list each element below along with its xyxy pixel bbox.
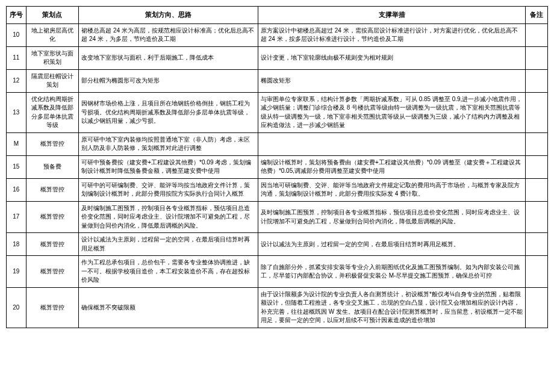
cell-seq: 20 — [7, 287, 26, 328]
cell-direction: 设计以减法为主原则，过程留一定的空间，在最后项目结算时再用足概算 — [79, 233, 258, 256]
cell-measure: 原方案设计中裙楼总高超过 24 米，需按高层设计标准进行设计，对方案进行优化，优… — [258, 23, 525, 46]
cell-direction: 原可研中地下室内装修均按照普通地下室（非人防）考虑，未区别人防及非人防装修，策划… — [79, 132, 258, 155]
cell-measure: 设计变更，地下室轮廓线由极不规则变为相对规则 — [258, 46, 525, 69]
cell-remark — [526, 233, 548, 256]
header-direction: 策划方向、思路 — [79, 7, 258, 24]
cell-direction: 裙楼总高超 24 米为高层，按规范相应设计标准高；优化后总高不超 24 米，为多… — [79, 23, 258, 46]
cell-remark — [526, 256, 548, 288]
cell-direction: 改变地下室形状与面积，利于后期施工，降低成本 — [79, 46, 258, 69]
table-row: 15 预备费 可研中预备费按（建安费+工程建设其他费）*0.09 考虑，策划编制… — [7, 155, 548, 178]
cell-seq: 19 — [7, 256, 26, 288]
cell-point: 隔震层柱帽设计策划 — [26, 69, 79, 92]
table-row: 13 优化结构周期折减系数及降低部分多层单体抗震等级 因钢材市场价格上涨，且项目… — [7, 92, 548, 132]
table-row: 11 地下室形状与面积策划 改变地下室形状与面积，利于后期施工，降低成本 设计变… — [7, 46, 548, 69]
cell-seq: 15 — [7, 155, 26, 178]
cell-point: 概算管控 — [26, 287, 79, 328]
cell-seq: 18 — [7, 233, 26, 256]
cell-measure: 设计以减法为主原则，过程留一定的空间，在最后项目结算时再用足概算。 — [258, 233, 525, 256]
cell-point: 地上裙房层高优化 — [26, 23, 79, 46]
planning-table: 序号 策划点 策划方向、思路 支撑举措 备注 10 地上裙房层高优化 裙楼总高超… — [6, 6, 548, 328]
cell-remark — [526, 69, 548, 92]
cell-direction: 可研中预备费按（建安费+工程建设其他费）*0.09 考虑，策划编制设计概算时降低… — [79, 155, 258, 178]
cell-seq: 12 — [7, 69, 26, 92]
header-row: 序号 策划点 策划方向、思路 支撑举措 备注 — [7, 7, 548, 24]
cell-measure: 由于设计限额多为设计院的专业负责人各自测算统计，初设概算*般仅考¼自身专业的范围… — [258, 287, 525, 328]
cell-remark — [526, 92, 548, 132]
cell-direction: 部分柱帽为椭圆形可改为矩形 — [79, 69, 258, 92]
cell-point: 概算管控 — [26, 132, 79, 155]
cell-direction: 可研中的可研编制费、交评、能评等均按当地政府文件计算，策划编制设计概算时，此部分… — [79, 178, 258, 201]
cell-direction: 及时编制施工图预算，控制项目各专业概算指标，预估项目总造价变化范围，同时应考虑业… — [79, 201, 258, 233]
cell-point: 概算管控 — [26, 233, 79, 256]
header-seq: 序号 — [7, 7, 26, 24]
cell-point: 概算管控 — [26, 201, 79, 233]
table-row: M 概算管控 原可研中地下室内装修均按照普通地下室（非人防）考虑，未区别人防及非… — [7, 132, 548, 155]
cell-measure: 因当地可研编制费、交评、能评等当地政府文件规定记取的费用均高于市场价，与概算专家… — [258, 178, 525, 201]
cell-remark — [526, 23, 548, 46]
table-body: 10 地上裙房层高优化 裙楼总高超 24 米为高层，按规范相应设计标准高；优化后… — [7, 23, 548, 328]
cell-remark — [526, 201, 548, 233]
cell-point: 预备费 — [26, 155, 79, 178]
header-point: 策划点 — [26, 7, 79, 24]
table-row: 16 概算管控 可研中的可研编制费、交评、能评等均按当地政府文件计算，策划编制设… — [7, 178, 548, 201]
cell-point: 地下室形状与面积策划 — [26, 46, 79, 69]
cell-seq: M — [7, 132, 26, 155]
cell-remark — [526, 178, 548, 201]
cell-point: 概算管控 — [26, 256, 79, 288]
table-row: 17 概算管控 及时编制施工图预算，控制项目各专业概算指标，预估项目总造价变化范… — [7, 201, 548, 233]
cell-direction: 作为工程总承包项目，总价包干，需要各专业整体协调推进，缺一不可。根据学校项目造价… — [79, 256, 258, 288]
cell-remark — [526, 132, 548, 155]
cell-measure: 及时编制施工图预算，控制项目各专业概算指标，预估项目总造价变化范围，同时应考虑业… — [258, 201, 525, 233]
table-row: 20 概算管控 确保概算不突破限额 由于设计限额多为设计院的专业负责人各自测算统… — [7, 287, 548, 328]
cell-seq: 13 — [7, 92, 26, 132]
cell-remark — [526, 46, 548, 69]
table-row: 10 地上裙房层高优化 裙楼总高超 24 米为高层，按规范相应设计标准高；优化后… — [7, 23, 548, 46]
cell-seq: 10 — [7, 23, 26, 46]
cell-seq: 11 — [7, 46, 26, 69]
cell-measure — [258, 132, 525, 155]
cell-measure: 除了自施部分外，抓紧安排安装等专业介入前期图纸优化及施工图预算编制。如为内部安装… — [258, 256, 525, 288]
cell-remark — [526, 287, 548, 328]
cell-point: 优化结构周期折减系数及降低部分多层单体抗震等级 — [26, 92, 79, 132]
cell-remark — [526, 155, 548, 178]
table-row: 18 概算管控 设计以减法为主原则，过程留一定的空间，在最后项目结算时再用足概算… — [7, 233, 548, 256]
header-measure: 支撑举措 — [258, 7, 525, 24]
cell-measure: 编制设计概算时，策划将预备费由（建安费+工程建设其他费）*0.09 调整至（建安… — [258, 155, 525, 178]
cell-seq: 16 — [7, 178, 26, 201]
table-row: 19 概算管控 作为工程总承包项目，总价包干，需要各专业整体协调推进，缺一不可。… — [7, 256, 548, 288]
cell-direction: 因钢材市场价格上涨，且项目所在地钢筋价格倒挂，钢筋工程为亏损项。优化结构周期折减… — [79, 92, 258, 132]
cell-point: 概算管控 — [26, 178, 79, 201]
cell-seq: 17 — [7, 201, 26, 233]
cell-measure: 与审图单位专家联系，结构计算参数「周期折减系数」可从 0.85 调整至 0.9,… — [258, 92, 525, 132]
cell-measure: 椭圆改矩形 — [258, 69, 525, 92]
table-row: 12 隔震层柱帽设计策划 部分柱帽为椭圆形可改为矩形 椭圆改矩形 — [7, 69, 548, 92]
cell-direction: 确保概算不突破限额 — [79, 287, 258, 328]
header-remark: 备注 — [526, 7, 548, 24]
